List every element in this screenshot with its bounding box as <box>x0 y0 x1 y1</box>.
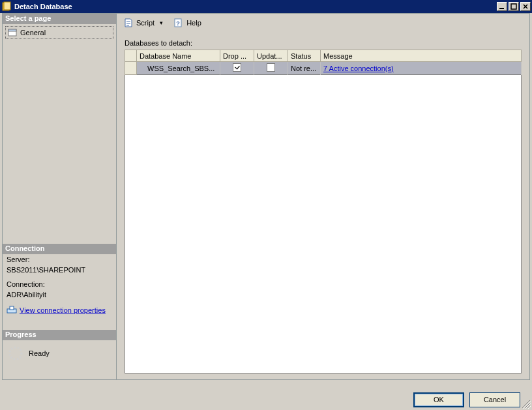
connection-label: Connection: <box>3 279 116 289</box>
window-title: Detach Database <box>14 3 495 10</box>
svg-rect-2 <box>499 8 504 9</box>
drop-checkbox[interactable] <box>233 63 241 72</box>
help-label: Help <box>186 19 201 27</box>
svg-point-8 <box>10 347 22 359</box>
script-label: Script <box>136 19 155 27</box>
view-connection-properties-link[interactable]: View connection properties <box>20 306 106 314</box>
script-icon <box>123 18 134 28</box>
cell-update[interactable] <box>254 62 288 75</box>
grid-corner <box>125 50 137 62</box>
app-icon <box>1 1 12 12</box>
svg-rect-1 <box>4 2 10 10</box>
grid-label: Databases to detach: <box>125 39 522 47</box>
cancel-button[interactable]: Cancel <box>469 392 520 407</box>
col-update[interactable]: Updat... <box>254 50 288 62</box>
update-checkbox[interactable] <box>267 63 275 72</box>
server-value: SBS2011\SHAREPOINT <box>3 265 116 275</box>
select-page-header: Select a page <box>3 14 116 24</box>
left-pane: Select a page General Connection Server:… <box>2 13 116 380</box>
svg-rect-7 <box>10 306 14 310</box>
cell-status: Not re... <box>288 62 321 75</box>
col-drop[interactable]: Drop ... <box>220 50 254 62</box>
col-message[interactable]: Message <box>321 50 522 62</box>
toolbar: Script ▾ ? Help <box>117 14 529 33</box>
ok-button[interactable]: OK <box>413 392 464 407</box>
connection-header: Connection <box>3 244 116 254</box>
script-dropdown-arrow[interactable]: ▾ <box>157 20 166 26</box>
connection-props-icon <box>7 305 17 315</box>
databases-grid[interactable]: Database Name Drop ... Updat... Status M… <box>125 50 522 75</box>
col-database-name[interactable]: Database Name <box>137 50 220 62</box>
server-label: Server: <box>3 254 116 265</box>
progress-spinner-icon <box>8 345 23 361</box>
page-item-label: General <box>20 29 46 37</box>
connection-value: ADR\Abilityit <box>3 289 116 300</box>
message-link[interactable]: 7 Active connection(s) <box>323 65 394 72</box>
help-icon: ? <box>173 18 184 28</box>
cell-message[interactable]: 7 Active connection(s) <box>321 62 522 75</box>
cell-drop[interactable] <box>220 62 254 75</box>
help-button[interactable]: ? Help <box>171 16 204 29</box>
page-item-general[interactable]: General <box>5 26 113 39</box>
svg-rect-5 <box>8 29 16 31</box>
script-button[interactable]: Script ▾ <box>121 16 168 29</box>
dialog-footer: OK Cancel <box>413 392 520 407</box>
svg-text:?: ? <box>176 20 180 27</box>
page-icon <box>7 27 18 38</box>
grid-empty-area <box>125 75 522 373</box>
main-pane: Script ▾ ? Help Databases to detach: Dat… <box>116 13 530 380</box>
close-button[interactable] <box>520 2 531 11</box>
resize-grip[interactable] <box>522 400 531 409</box>
cell-database-name[interactable]: WSS_Search_SBS... <box>137 62 220 75</box>
minimize-button[interactable] <box>497 2 507 11</box>
title-bar: Detach Database <box>0 0 532 13</box>
progress-header: Progress <box>3 330 116 340</box>
progress-status: Ready <box>29 349 50 357</box>
col-status[interactable]: Status <box>288 50 321 62</box>
row-header[interactable] <box>125 62 137 75</box>
table-row[interactable]: WSS_Search_SBS... Not re... 7 Active con… <box>125 62 522 75</box>
maximize-button[interactable] <box>509 2 519 11</box>
svg-rect-3 <box>511 4 516 9</box>
